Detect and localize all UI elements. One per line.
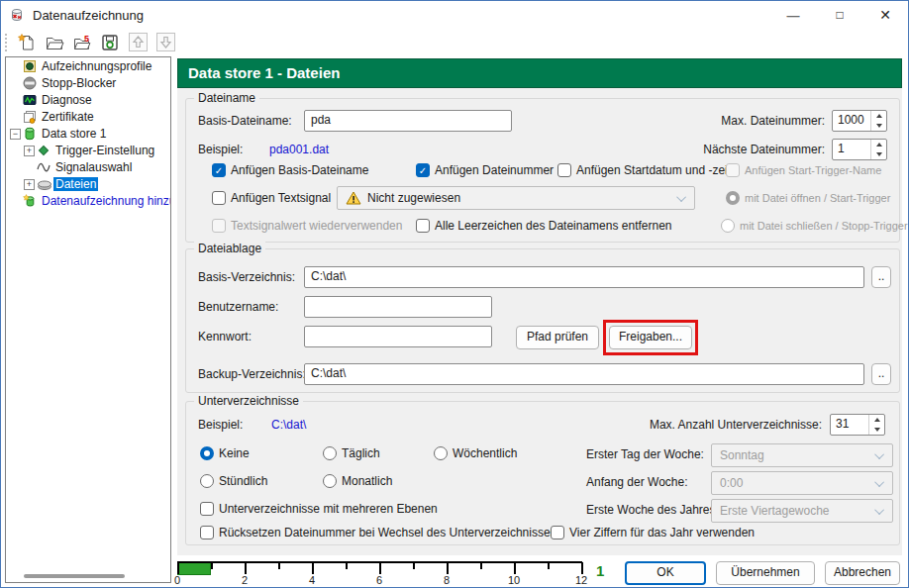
checkbox-leerzeichen-entfernen[interactable]: Alle Leerzeichen des Dateinamens entfern…	[416, 218, 671, 234]
collapse-icon[interactable]: −	[10, 129, 21, 140]
browse-basis-button[interactable]: ..	[871, 266, 891, 288]
gauge-tick-label: 10	[506, 574, 522, 586]
checkbox-label: Anfügen Basis-Dateiname	[231, 163, 368, 177]
checkbox-mehrere-ebenen[interactable]: Unterverzeichnisse mit mehreren Ebenen	[200, 501, 438, 517]
checkbox-vier-ziffern[interactable]: Vier Ziffern für das Jahr verwenden	[551, 525, 755, 540]
tree-item-aufzeichnungsprofile[interactable]: Aufzeichnungsprofile	[6, 58, 170, 74]
expand-icon[interactable]: +	[24, 179, 35, 190]
datastore-icon	[23, 127, 40, 141]
new-profile-button[interactable]	[14, 31, 40, 54]
warning-icon	[346, 191, 361, 205]
save-button[interactable]	[97, 31, 123, 54]
tree-item-dateien[interactable]: +Dateien	[6, 176, 170, 192]
tree-indent	[10, 112, 23, 123]
gauge-tick	[514, 562, 516, 574]
basis-verzeichnis-input[interactable]: C:\dat\	[304, 266, 864, 288]
spin-down-icon[interactable]	[871, 121, 886, 131]
backup-verzeichnis-label: Backup-Verzeichnis:	[198, 367, 306, 381]
open-recent-button[interactable]: 5	[69, 31, 95, 54]
pfad-pruefen-button[interactable]: Pfad prüfen	[516, 326, 599, 349]
kennwort-label: Kennwort:	[198, 330, 252, 343]
naechste-dateinummer-spinner[interactable]: 1	[832, 139, 887, 160]
textsignal-dropdown[interactable]: Nicht zugewiesen	[337, 186, 695, 210]
files-icon	[37, 178, 53, 191]
radio-woechentlich[interactable]: Wöchentlich	[434, 445, 517, 461]
kennwort-input[interactable]	[304, 326, 492, 347]
toolbar-grip[interactable]	[5, 34, 8, 51]
max-dateinummer-spinner[interactable]: 1000	[832, 110, 887, 132]
spinner-value[interactable]: 1000	[833, 111, 870, 131]
stop-icon	[23, 76, 40, 90]
spinner-value[interactable]: 31	[831, 415, 868, 435]
basis-dateiname-label: Basis-Dateiname:	[198, 114, 292, 128]
gauge-tick	[211, 562, 213, 569]
checkbox-anfuegen-startdatum[interactable]: Anfügen Startdatum und -zeit	[557, 162, 731, 178]
checkbox-anfuegen-textsignal[interactable]: Anfügen Textsignal	[212, 190, 331, 206]
down-arrow-icon	[156, 33, 175, 51]
spin-up-icon[interactable]	[871, 111, 886, 121]
tree-item-datenaufzeichnung-hinzuf-gen[interactable]: Datenaufzeichnung hinzufügen	[6, 193, 170, 209]
radio-stuendlich[interactable]: Stündlich	[200, 473, 267, 489]
minimize-button[interactable]: —	[771, 1, 815, 29]
spinner-buttons	[870, 111, 886, 131]
tree-item-data-store-1[interactable]: −Data store 1	[6, 126, 170, 142]
horizontal-scrollbar[interactable]	[24, 574, 125, 578]
basis-dateiname-input[interactable]: pda	[304, 110, 512, 132]
radio-taeglich[interactable]: Täglich	[323, 445, 380, 461]
ok-button[interactable]: OK	[625, 561, 706, 585]
toolbar: 5	[1, 29, 908, 55]
checkbox-ruecksetzen-dateinummer[interactable]: Rücksetzen Dateinummer bei Wechsel des U…	[200, 525, 556, 540]
radio-keine[interactable]: Keine	[200, 445, 250, 461]
tree-item-label: Data store 1	[40, 127, 108, 141]
checkbox-anfuegen-dateinummer[interactable]: Anfügen Dateinummer	[416, 162, 554, 178]
max-unterverzeichnisse-spinner[interactable]: 31	[830, 414, 885, 436]
checkbox-anfuegen-basis-dateiname[interactable]: Anfügen Basis-Dateiname	[212, 162, 368, 178]
max-dateinummer-label: Max. Dateinummer:	[602, 114, 825, 128]
spinner-value[interactable]: 1	[833, 140, 870, 159]
uebernehmen-button[interactable]: Übernehmen	[716, 561, 815, 585]
max-unterverzeichnisse-label: Max. Anzahl Unterverzeichnisse:	[562, 418, 822, 432]
checkbox-anfuegen-start-trigger-name[interactable]: Anfügen Start-Trigger-Name	[726, 162, 881, 178]
move-up-button[interactable]	[125, 31, 151, 54]
chevron-down-icon	[874, 477, 884, 487]
radio-icon	[200, 474, 214, 488]
tree-item-diagnose[interactable]: Diagnose	[6, 92, 170, 108]
close-button[interactable]: ✕	[863, 1, 907, 29]
expand-icon[interactable]: +	[24, 146, 35, 156]
group-dateiablage: Dateiablage Basis-Verzeichnis: C:\dat\ .…	[185, 248, 900, 393]
file-count: 1	[596, 562, 604, 579]
tree-item-label: Stopp-Blocker	[40, 76, 118, 90]
spin-up-icon[interactable]	[869, 415, 884, 425]
tree-item-stopp-blocker[interactable]: Stopp-Blocker	[6, 75, 170, 91]
open-button[interactable]	[42, 31, 67, 54]
benutzername-input[interactable]	[304, 296, 492, 318]
erster-tag-dropdown[interactable]: Sonntag	[711, 443, 893, 467]
up-arrow-icon	[129, 33, 148, 51]
tree-item-zertifikate[interactable]: Zertifikate	[6, 109, 170, 125]
abbrechen-button[interactable]: Abbrechen	[825, 561, 900, 585]
move-down-button[interactable]	[152, 31, 178, 54]
gauge-tick	[278, 562, 280, 569]
radio-mit-datei-oeffnen[interactable]: mit Datei öffnen / Start-Trigger	[726, 190, 890, 206]
maximize-button[interactable]: □	[818, 1, 861, 29]
checkbox-textsignalwert-wiederverwenden[interactable]: Textsignalwert wiederverwenden	[212, 218, 402, 234]
tree-indent	[10, 61, 23, 72]
tree-item-trigger-einstellung[interactable]: +Trigger-Einstellung	[6, 143, 170, 158]
browse-backup-button[interactable]: ..	[871, 363, 891, 385]
erste-woche-dropdown[interactable]: Erste Viertagewoche	[711, 499, 893, 523]
radio-mit-datei-schliessen[interactable]: mit Datei schließen / Stopp-Trigger	[721, 218, 908, 234]
title-bar: Datenaufzeichnung — □ ✕	[1, 1, 908, 29]
anfang-woche-dropdown[interactable]: 0:00	[711, 471, 893, 495]
close-icon: ✕	[879, 7, 891, 23]
tree-item-label: Signalauswahl	[53, 160, 134, 174]
spin-up-icon[interactable]	[871, 140, 886, 149]
radio-monatlich[interactable]: Monatlich	[323, 473, 392, 489]
radio-icon	[726, 191, 740, 205]
spin-down-icon[interactable]	[869, 425, 884, 435]
tree-item-signalauswahl[interactable]: Signalauswahl	[6, 159, 170, 175]
red-highlight-box	[603, 320, 698, 355]
checkbox-label: Anfügen Start-Trigger-Name	[745, 164, 881, 176]
backup-verzeichnis-input[interactable]: C:\dat\	[304, 363, 864, 385]
spin-down-icon[interactable]	[871, 149, 886, 159]
group-title: Dateiname	[194, 91, 259, 105]
